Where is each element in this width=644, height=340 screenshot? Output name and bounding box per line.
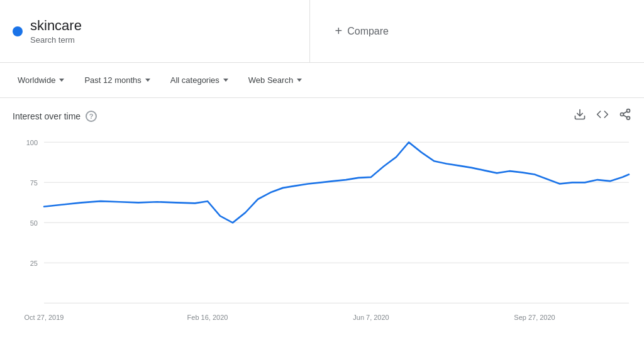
svg-text:Oct 27, 2019: Oct 27, 2019 — [25, 314, 64, 321]
filter-category[interactable]: All categories — [163, 72, 236, 89]
filter-timerange[interactable]: Past 12 months — [77, 72, 157, 89]
filters-bar: Worldwide Past 12 months All categories … — [0, 63, 644, 98]
svg-text:Feb 16, 2020: Feb 16, 2020 — [187, 314, 228, 321]
filter-timerange-label: Past 12 months — [84, 75, 141, 85]
term-info: skincare Search term — [30, 18, 82, 45]
download-icon[interactable] — [574, 108, 586, 124]
filter-geography[interactable]: Worldwide — [10, 72, 72, 89]
svg-line-4 — [623, 115, 627, 117]
help-icon[interactable]: ? — [86, 111, 97, 122]
chevron-down-icon — [297, 79, 302, 82]
term-name: skincare — [30, 18, 82, 34]
chevron-down-icon — [59, 79, 64, 82]
chart-title: Interest over time — [13, 111, 80, 121]
embed-icon[interactable] — [596, 108, 609, 124]
chevron-down-icon — [223, 79, 228, 82]
svg-text:Sep 27, 2020: Sep 27, 2020 — [514, 314, 555, 321]
svg-line-5 — [623, 111, 627, 113]
compare-label: Compare — [347, 26, 389, 37]
svg-text:100: 100 — [26, 138, 38, 146]
term-type: Search term — [30, 35, 82, 45]
search-term-section: skincare Search term — [0, 0, 310, 62]
svg-text:50: 50 — [30, 219, 38, 226]
chevron-down-icon — [145, 79, 150, 82]
filter-searchtype-label: Web Search — [248, 75, 293, 85]
page-header: skincare Search term + Compare — [0, 0, 644, 63]
svg-text:25: 25 — [30, 259, 38, 266]
filter-geography-label: Worldwide — [18, 75, 55, 85]
svg-text:75: 75 — [30, 178, 38, 186]
chart-container: 100 75 50 25 Oct 27, 2019 Feb 16, 2020 J… — [13, 129, 631, 332]
share-icon[interactable] — [619, 108, 631, 124]
filter-category-label: All categories — [170, 75, 219, 85]
filter-searchtype[interactable]: Web Search — [241, 72, 309, 89]
compare-button[interactable]: + Compare — [335, 24, 389, 38]
trend-chart: 100 75 50 25 Oct 27, 2019 Feb 16, 2020 J… — [13, 129, 631, 330]
chart-title-area: Interest over time ? — [13, 111, 97, 122]
chart-section: Interest over time ? — [0, 98, 644, 332]
chart-header: Interest over time ? — [13, 108, 631, 124]
chart-actions — [574, 108, 631, 124]
svg-text:Jun 7, 2020: Jun 7, 2020 — [353, 314, 389, 321]
compare-section: + Compare — [310, 0, 645, 62]
compare-plus-icon: + — [335, 24, 343, 38]
term-color-dot — [13, 26, 23, 36]
